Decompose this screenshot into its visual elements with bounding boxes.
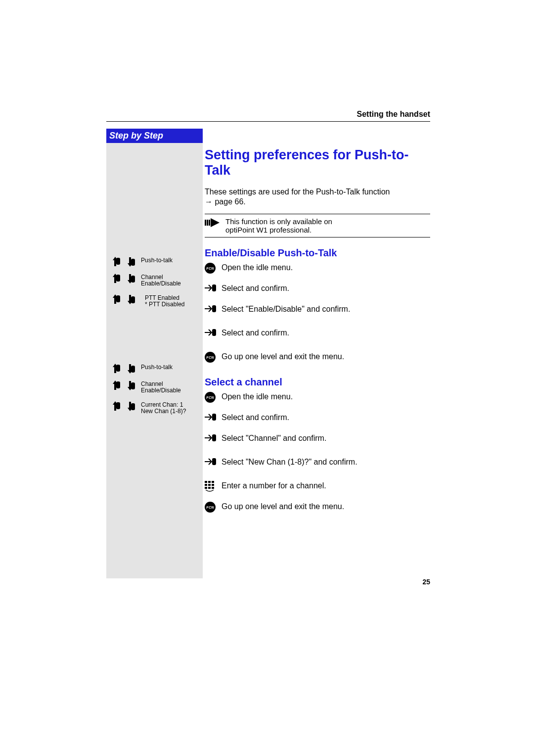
- step-text: Go up one level and exit the menu.: [222, 352, 344, 362]
- svg-rect-7: [131, 276, 135, 283]
- side-entry-ptt: Push-to-talk: [106, 256, 203, 267]
- step-text: Select and confirm.: [222, 284, 289, 293]
- sub-heading-enable: Enable/Disable Push-to-Talk: [205, 247, 430, 259]
- svg-rect-29: [212, 329, 216, 336]
- side-entry-ptt-2: Push-to-talk: [106, 363, 203, 374]
- step-select-ptt: Select and confirm.: [205, 284, 430, 300]
- step-text: Go up one level and exit the menu.: [222, 502, 344, 512]
- step-text: Select and confirm.: [222, 328, 289, 338]
- svg-rect-17: [116, 381, 120, 388]
- step-text: Open the idle menu.: [222, 263, 293, 273]
- svg-rect-6: [129, 274, 131, 280]
- svg-rect-32: [212, 458, 216, 465]
- svg-rect-2: [129, 257, 131, 263]
- side-entry-current-chan: Current Chan: 1 New Chan (1-8)?: [106, 401, 203, 415]
- nav-arrows-icon: [106, 273, 141, 284]
- step-exit: FCN Go up one level and exit the menu.: [205, 352, 430, 369]
- manual-page: Setting the handset Step by Step: [0, 0, 534, 756]
- svg-rect-30: [212, 414, 216, 421]
- step-exit-2: FCN Go up one level and exit the menu.: [205, 502, 430, 519]
- step-text: Open the idle menu.: [222, 392, 293, 402]
- svg-rect-26: [209, 220, 210, 226]
- note-box: This function is only available on optiP…: [205, 214, 430, 237]
- side-label-line2: Enable/Disable: [141, 281, 181, 287]
- step-text: Select "Enable/Disable" and confirm.: [222, 304, 350, 314]
- svg-rect-41: [212, 487, 214, 489]
- side-entry-channel-enable-2: Channel Enable/Disable: [106, 380, 203, 394]
- svg-rect-11: [131, 296, 135, 303]
- note-line1: This function is only available on: [225, 217, 332, 226]
- fcn-icon: FCN: [205, 392, 222, 403]
- svg-rect-19: [131, 382, 135, 389]
- svg-rect-8: [114, 298, 116, 304]
- select-confirm-icon: [205, 413, 222, 422]
- sidebar: Push-to-talk Channel Enable/Disable: [106, 143, 203, 578]
- svg-rect-1: [116, 258, 120, 265]
- nav-arrows-icon: [106, 256, 141, 267]
- svg-rect-10: [129, 295, 131, 301]
- header-rule: [106, 121, 430, 122]
- nav-arrows-icon: [106, 294, 141, 305]
- svg-rect-15: [131, 366, 135, 373]
- fcn-icon: FCN: [205, 352, 222, 363]
- side-label: Push-to-talk: [141, 363, 173, 371]
- svg-rect-9: [116, 295, 120, 302]
- intro-line1: These settings are used for the Push-to-…: [205, 188, 390, 196]
- fcn-icon: FCN: [205, 263, 222, 274]
- step-select-state: Select and confirm.: [205, 328, 430, 348]
- select-confirm-icon: [205, 457, 222, 466]
- step-text: Select "Channel" and confirm.: [222, 433, 326, 443]
- main-content: Setting preferences for Push-to-Talk The…: [205, 143, 430, 522]
- svg-rect-34: [208, 481, 211, 483]
- side-label: PTT Enabled * PTT Disabled: [141, 294, 184, 308]
- svg-rect-23: [131, 403, 135, 410]
- svg-rect-35: [212, 481, 214, 483]
- svg-rect-28: [212, 305, 216, 312]
- nav-arrows-icon: [106, 380, 141, 391]
- note-text: This function is only available on optiP…: [225, 217, 332, 234]
- side-entry-ptt-state: PTT Enabled * PTT Disabled: [106, 294, 203, 308]
- page-number: 25: [422, 578, 430, 586]
- svg-rect-4: [114, 277, 116, 283]
- step-text: Select "New Chan (1-8)?" and confirm.: [222, 457, 357, 467]
- step-enter-number: Enter a number for a channel.: [205, 481, 430, 498]
- select-confirm-icon: [205, 433, 222, 442]
- step-text: Enter a number for a channel.: [222, 481, 326, 491]
- svg-rect-12: [114, 367, 116, 373]
- svg-rect-16: [114, 384, 116, 390]
- sub-heading-channel: Select a channel: [205, 377, 430, 388]
- intro-text: These settings are used for the Push-to-…: [205, 187, 430, 207]
- svg-rect-3: [131, 259, 135, 266]
- svg-rect-0: [114, 260, 116, 266]
- note-line2: optiPoint W1 professional.: [225, 226, 332, 234]
- step-select-channel: Select "Channel" and confirm.: [205, 433, 430, 453]
- side-label-line2: * PTT Disabled: [145, 301, 184, 308]
- svg-rect-20: [114, 405, 116, 411]
- note-arrow-icon: [205, 218, 220, 229]
- select-confirm-icon: [205, 284, 222, 292]
- nav-arrows-icon: [106, 401, 141, 412]
- svg-rect-21: [116, 402, 120, 409]
- svg-rect-36: [205, 484, 207, 486]
- select-confirm-icon: [205, 304, 222, 313]
- svg-rect-37: [208, 484, 211, 486]
- side-label-line2: Enable/Disable: [141, 387, 181, 394]
- svg-rect-40: [208, 487, 211, 489]
- svg-rect-13: [116, 365, 120, 372]
- select-confirm-icon: [205, 328, 222, 337]
- svg-rect-25: [207, 220, 208, 226]
- svg-rect-5: [116, 275, 120, 282]
- nav-arrows-icon: [106, 363, 141, 374]
- step-open-idle: FCN Open the idle menu.: [205, 263, 430, 280]
- svg-rect-14: [129, 364, 131, 370]
- side-label: Current Chan: 1 New Chan (1-8)?: [141, 401, 186, 415]
- side-label: Channel Enable/Disable: [141, 273, 181, 287]
- step-select-enable: Select "Enable/Disable" and confirm.: [205, 304, 430, 324]
- step-open-idle-2: FCN Open the idle menu.: [205, 392, 430, 409]
- svg-rect-39: [205, 487, 207, 489]
- svg-rect-24: [205, 220, 206, 226]
- svg-rect-33: [205, 481, 207, 483]
- keypad-icon: [205, 481, 222, 492]
- fcn-icon: FCN: [205, 502, 222, 513]
- side-label: Push-to-talk: [141, 256, 173, 264]
